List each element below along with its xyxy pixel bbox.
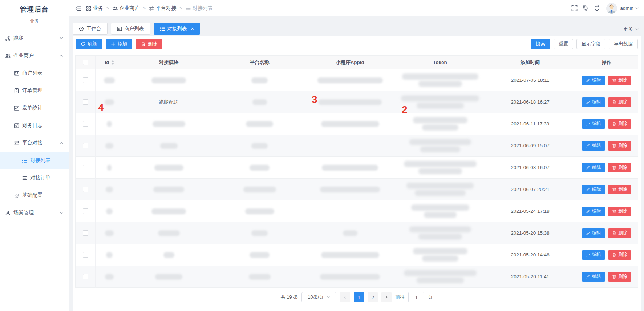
- more-button[interactable]: 更多: [623, 26, 639, 32]
- row-checkbox[interactable]: [83, 187, 88, 192]
- show-fields-button[interactable]: 显示字段: [576, 39, 605, 49]
- goto-page-input[interactable]: [408, 292, 424, 302]
- scooter-icon: [5, 36, 11, 41]
- token-cell: [395, 244, 485, 266]
- collapse-sidebar-icon[interactable]: [75, 5, 81, 11]
- delete-row-button[interactable]: 删除: [608, 141, 631, 151]
- user-chevron-down-icon[interactable]: [635, 6, 639, 10]
- sidebar-item-5[interactable]: 财务日志: [0, 117, 69, 134]
- sidebar-item-10[interactable]: 场景管理: [0, 204, 69, 222]
- topbar-right: admin: [569, 3, 639, 14]
- delete-row-button[interactable]: 删除: [608, 163, 631, 172]
- user-name[interactable]: admin: [620, 5, 633, 11]
- row-checkbox[interactable]: [83, 274, 88, 279]
- sort-caret-icon[interactable]: [111, 60, 114, 65]
- appid-cell: [305, 244, 395, 266]
- breadcrumb-item-1[interactable]: 企业商户: [113, 5, 140, 12]
- row-checkbox[interactable]: [83, 208, 88, 214]
- refresh-button[interactable]: 刷新: [76, 39, 102, 49]
- add-button[interactable]: 添加: [106, 39, 132, 49]
- row-checkbox[interactable]: [83, 77, 88, 83]
- sidebar-item-9[interactable]: 基础配置: [0, 187, 69, 204]
- select-all-checkbox[interactable]: [83, 60, 88, 65]
- sidebar-item-6[interactable]: 平台对接: [0, 134, 69, 152]
- breadcrumb-separator: >: [143, 5, 146, 11]
- sidebar-item-0[interactable]: 跑腿: [0, 29, 69, 47]
- edit-button[interactable]: 编辑: [582, 163, 605, 172]
- reset-button[interactable]: 重置: [554, 39, 573, 49]
- theme-icon[interactable]: [583, 5, 589, 11]
- row-checkbox[interactable]: [83, 143, 88, 148]
- row-checkbox[interactable]: [83, 121, 88, 127]
- breadcrumb-separator: >: [106, 5, 109, 11]
- token-cell: [395, 157, 485, 179]
- page-size-select[interactable]: 10条/页: [301, 292, 336, 302]
- page-button-1[interactable]: 1: [354, 292, 364, 302]
- row-checkbox[interactable]: [83, 252, 88, 258]
- edit-button[interactable]: 编辑: [582, 119, 605, 129]
- pagination-total: 共 19 条: [281, 294, 298, 300]
- column-header-module: 对接模块: [123, 56, 214, 69]
- sidebar-item-label: 企业商户: [13, 52, 34, 59]
- redacted-blob: [413, 117, 467, 123]
- redacted-blob: [252, 99, 267, 105]
- sidebar-item-2[interactable]: 商户列表: [0, 64, 69, 82]
- delete-button[interactable]: 删除: [136, 39, 162, 49]
- delete-row-button[interactable]: 删除: [608, 185, 631, 194]
- sidebar-item-3[interactable]: 订单管理: [0, 82, 69, 99]
- delete-row-button[interactable]: 删除: [608, 207, 631, 216]
- pencil-icon: [586, 166, 590, 170]
- sidebar-item-4[interactable]: 发单统计: [0, 99, 69, 117]
- delete-row-button[interactable]: 删除: [608, 228, 631, 238]
- trash-icon: [612, 166, 616, 170]
- row-checkbox[interactable]: [83, 165, 88, 170]
- search-button[interactable]: 搜索: [531, 39, 550, 49]
- fullscreen-icon[interactable]: [571, 5, 578, 11]
- sidebar-item-1[interactable]: 企业商户: [0, 47, 69, 64]
- close-tab-icon[interactable]: ×: [191, 26, 194, 31]
- redacted-blob: [251, 77, 268, 83]
- edit-button[interactable]: 编辑: [582, 250, 605, 260]
- prev-page-button[interactable]: [340, 292, 350, 302]
- row-checkbox[interactable]: [83, 99, 88, 105]
- column-header-id[interactable]: Id: [96, 56, 123, 69]
- tab-0[interactable]: 工作台: [73, 23, 108, 35]
- sidebar-item-8[interactable]: 对接订单: [0, 169, 69, 187]
- sidebar-item-7[interactable]: 对接列表: [0, 152, 69, 169]
- module-cell: [123, 266, 214, 288]
- module-cell: 跑腿配送: [123, 91, 214, 113]
- edit-button[interactable]: 编辑: [582, 97, 605, 107]
- module-cell-text: 跑腿配送: [159, 99, 179, 105]
- page-button-2[interactable]: 2: [368, 292, 378, 302]
- actions-cell: 编辑删除: [575, 266, 638, 288]
- breadcrumb-item-0[interactable]: 业务: [86, 5, 103, 12]
- refresh-icon[interactable]: [594, 5, 600, 11]
- appid-cell: [305, 179, 395, 200]
- redacted-blob: [318, 99, 382, 105]
- redacted-blob: [154, 165, 183, 171]
- trash-icon: [612, 275, 616, 279]
- edit-button[interactable]: 编辑: [582, 207, 605, 216]
- delete-row-button[interactable]: 删除: [608, 76, 631, 85]
- edit-button[interactable]: 编辑: [582, 228, 605, 238]
- breadcrumb-item-2[interactable]: 平台对接: [149, 5, 176, 12]
- delete-row-button[interactable]: 删除: [608, 119, 631, 129]
- edit-button[interactable]: 编辑: [582, 185, 605, 194]
- avatar[interactable]: [606, 3, 617, 14]
- delete-row-button[interactable]: 删除: [608, 272, 631, 282]
- tab-2[interactable]: 对接列表×: [154, 23, 200, 35]
- appid-cell: [305, 200, 395, 222]
- appid-cell: [305, 222, 395, 244]
- export-data-button[interactable]: 导出数据: [609, 39, 638, 49]
- delete-row-button[interactable]: 删除: [608, 250, 631, 260]
- edit-button[interactable]: 编辑: [582, 76, 605, 85]
- column-header-actions: 操作: [575, 56, 638, 69]
- row-checkbox[interactable]: [83, 230, 88, 236]
- next-page-button[interactable]: [381, 292, 392, 302]
- delete-row-button[interactable]: 删除: [608, 97, 631, 107]
- chevron-left-icon: [343, 295, 347, 299]
- tab-1[interactable]: 商户列表: [111, 23, 150, 35]
- platform-cell: [214, 266, 305, 288]
- edit-button[interactable]: 编辑: [582, 272, 605, 282]
- edit-button[interactable]: 编辑: [582, 141, 605, 151]
